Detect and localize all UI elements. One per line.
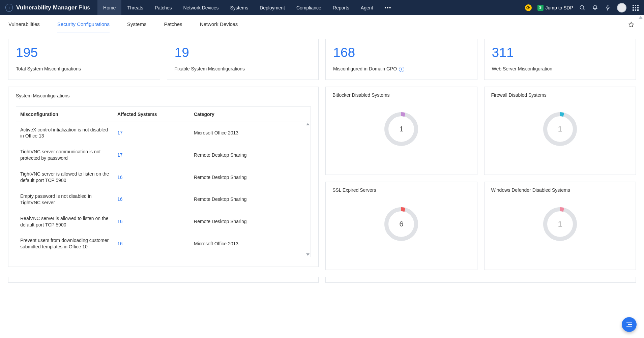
nav-more-icon[interactable]: ••• bbox=[379, 5, 397, 10]
table-row: TightVNC server communication is not pro… bbox=[16, 144, 311, 166]
lightning-icon[interactable] bbox=[604, 4, 612, 11]
stat-card-row: 195 Total System Misconfigurations19 Fix… bbox=[8, 39, 636, 80]
cell-misconfig: TightVNC server communication is not pro… bbox=[16, 144, 113, 166]
gauge-value: 1 bbox=[541, 111, 579, 148]
nav-item-home[interactable]: Home bbox=[97, 0, 121, 15]
gauge-row-2: SSL Expired Servers 6 Windows Defender D… bbox=[325, 182, 636, 270]
gauge-card: Firewall Disabled Systems 1 bbox=[484, 87, 636, 175]
th-category[interactable]: Category bbox=[190, 107, 311, 122]
subtab-systems[interactable]: Systems bbox=[127, 21, 147, 32]
info-icon[interactable]: i bbox=[399, 67, 404, 72]
nav-item-reports[interactable]: Reports bbox=[327, 0, 355, 15]
gauge-title: Bitlocker Disabled Systems bbox=[332, 92, 470, 98]
stat-value[interactable]: 19 bbox=[175, 45, 311, 60]
stat-label: Misconfigured in Domain GPOi bbox=[333, 66, 470, 72]
shield-plus-icon: + bbox=[5, 4, 13, 12]
cell-misconfig: Empty password is not disabled in TightV… bbox=[16, 188, 113, 211]
gauge-title: Firewall Disabled Systems bbox=[491, 92, 629, 98]
table-row: ActiveX control intialization is not dis… bbox=[16, 122, 311, 144]
brand[interactable]: + Vulnerability Manager Plus bbox=[5, 4, 90, 12]
subtab-vulnerabilities[interactable]: Vulnerabilities bbox=[8, 21, 40, 32]
gauge-value: 1 bbox=[541, 206, 579, 243]
subtab-network-devices[interactable]: Network Devices bbox=[200, 21, 238, 32]
cell-affected-link[interactable]: 17 bbox=[113, 122, 190, 144]
panel-placeholder bbox=[325, 277, 636, 283]
svg-line-1 bbox=[583, 8, 585, 10]
donut-gauge[interactable]: 1 bbox=[541, 111, 579, 148]
misconfig-panel-title: System Misconfigurations bbox=[16, 93, 311, 98]
jump-to-sdp-link[interactable]: S Jump to SDP bbox=[537, 5, 573, 11]
gauge-card: Windows Defender Disabled Systems 1 bbox=[484, 182, 636, 270]
nav-item-patches[interactable]: Patches bbox=[149, 0, 178, 15]
cell-misconfig: TightVNC server is allowed to listen on … bbox=[16, 166, 113, 188]
nav-item-compliance[interactable]: Compliance bbox=[291, 0, 327, 15]
nav-item-deployment[interactable]: Deployment bbox=[254, 0, 291, 15]
stat-card-0: 195 Total System Misconfigurations bbox=[8, 39, 160, 80]
gauge-value: 6 bbox=[383, 206, 420, 243]
stat-card-2: 168 Misconfigured in Domain GPOi bbox=[325, 39, 477, 80]
cell-affected-link[interactable]: 16 bbox=[113, 255, 190, 256]
cell-category: Microsoft Office 2013 bbox=[190, 122, 311, 144]
stat-value[interactable]: 168 bbox=[333, 45, 470, 60]
nav-item-threats[interactable]: Threats bbox=[121, 0, 149, 15]
notification-icon[interactable] bbox=[591, 4, 599, 11]
donut-gauge[interactable]: 1 bbox=[383, 111, 420, 148]
table-row: Prevent users from downloading customer … bbox=[16, 233, 311, 255]
stat-card-3: 311 Web Server Misconfiguration bbox=[484, 39, 636, 80]
nav-item-network-devices[interactable]: Network Devices bbox=[177, 0, 224, 15]
brand-text: Vulnerability Manager Plus bbox=[16, 4, 90, 11]
gauge-title: Windows Defender Disabled Systems bbox=[491, 187, 629, 193]
cell-category: Remote Desktop Sharing bbox=[190, 144, 311, 166]
sdp-badge-icon: S bbox=[537, 5, 544, 11]
table-row: Empty password is not disabled in TightV… bbox=[16, 188, 311, 211]
refresh-icon[interactable]: ⟳ bbox=[525, 4, 532, 11]
nav-item-systems[interactable]: Systems bbox=[225, 0, 254, 15]
table-row: Users are not prevented from creating ne… bbox=[16, 255, 311, 256]
quick-menu-fab[interactable] bbox=[622, 317, 637, 332]
cell-affected-link[interactable]: 16 bbox=[113, 233, 190, 255]
gauge-card: SSL Expired Servers 6 bbox=[325, 182, 477, 270]
cell-category: Microsoft Office 2013 bbox=[190, 233, 311, 255]
th-misconfiguration[interactable]: Misconfiguration bbox=[16, 107, 113, 122]
nav-item-agent[interactable]: Agent bbox=[355, 0, 379, 15]
donut-gauge[interactable]: 6 bbox=[383, 206, 420, 243]
svg-point-0 bbox=[580, 5, 584, 9]
user-avatar[interactable] bbox=[617, 3, 626, 12]
subtab-patches[interactable]: Patches bbox=[164, 21, 182, 32]
search-icon[interactable] bbox=[579, 4, 586, 11]
app-header: + Vulnerability Manager Plus HomeThreats… bbox=[0, 0, 644, 15]
cell-category: Remote Desktop Sharing bbox=[190, 188, 311, 211]
primary-nav: HomeThreatsPatchesNetwork DevicesSystems… bbox=[97, 0, 379, 15]
cell-category: Remote Desktop Sharing bbox=[190, 211, 311, 233]
stat-value[interactable]: 311 bbox=[492, 45, 628, 60]
stat-label: Web Server Misconfiguration bbox=[492, 66, 628, 71]
stat-label: Total System Misconfigurations bbox=[16, 66, 152, 71]
gauge-card: Bitlocker Disabled Systems 1 bbox=[325, 87, 477, 175]
cell-misconfig: RealVNC server is allowed to listen on t… bbox=[16, 211, 113, 233]
cell-misconfig: Prevent users from downloading customer … bbox=[16, 233, 113, 255]
apps-grid-icon[interactable] bbox=[632, 4, 639, 11]
gauge-title: SSL Expired Servers bbox=[332, 187, 470, 193]
donut-gauge[interactable]: 1 bbox=[541, 206, 579, 243]
cell-misconfig: Users are not prevented from creating ne… bbox=[16, 255, 113, 256]
table-row: RealVNC server is allowed to listen on t… bbox=[16, 211, 311, 233]
cell-affected-link[interactable]: 16 bbox=[113, 166, 190, 188]
cell-affected-link[interactable]: 17 bbox=[113, 144, 190, 166]
panel-placeholder bbox=[8, 277, 319, 283]
star-icon[interactable] bbox=[628, 21, 635, 29]
subnav-area: VulnerabilitiesSecurity ConfigurationsSy… bbox=[0, 15, 644, 33]
cell-category: Microsoft Office 2013 bbox=[190, 255, 311, 256]
cell-affected-link[interactable]: 16 bbox=[113, 211, 190, 233]
scroll-up-icon[interactable] bbox=[639, 16, 643, 19]
th-affected-systems[interactable]: Affected Systems bbox=[113, 107, 190, 122]
stat-card-1: 19 Fixable System Misconfigurations bbox=[167, 39, 319, 80]
menu-lines-icon bbox=[626, 322, 632, 327]
cell-misconfig: ActiveX control intialization is not dis… bbox=[16, 122, 113, 144]
gauge-value: 1 bbox=[383, 111, 420, 148]
subtab-security-configurations[interactable]: Security Configurations bbox=[57, 21, 110, 32]
table-row: TightVNC server is allowed to listen on … bbox=[16, 166, 311, 188]
misconfig-panel: System Misconfigurations Misconfiguratio… bbox=[8, 87, 319, 267]
stat-value[interactable]: 195 bbox=[16, 45, 152, 60]
cell-affected-link[interactable]: 16 bbox=[113, 188, 190, 211]
stat-label: Fixable System Misconfigurations bbox=[175, 66, 311, 71]
